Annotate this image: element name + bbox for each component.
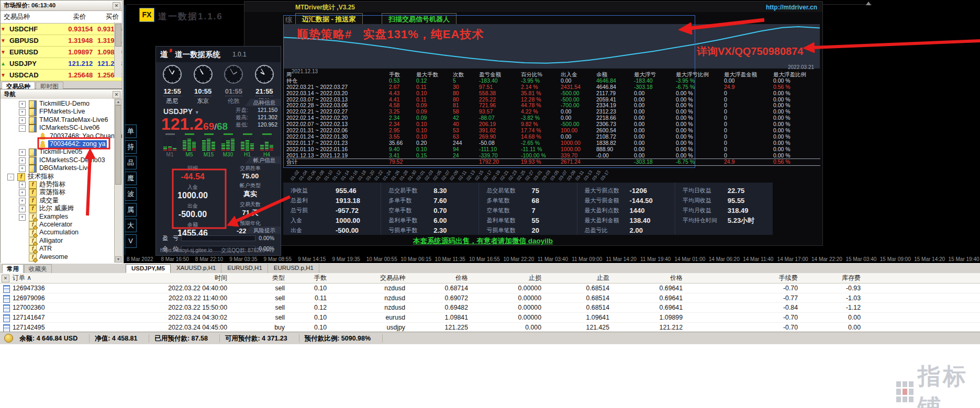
mtdriver-tab[interactable]: 综	[285, 15, 292, 25]
weekly-row[interactable]: 2022.02.21 ~ 2022.02.273.250.095893.574.…	[286, 109, 820, 115]
order-row[interactable]: 1271424952022.03.24 04:45:00buy0.10usdjp…	[0, 323, 980, 333]
close-icon[interactable]: ✕	[113, 91, 120, 98]
side-tab-4[interactable]: 魔	[125, 172, 137, 185]
timeframe-meter-M15[interactable]: M15	[200, 133, 217, 157]
orders-column-header[interactable]: 交易品种	[332, 274, 410, 282]
chart-tab[interactable]: XAUUSD.p,H1	[171, 264, 221, 273]
expander-icon[interactable]: +	[19, 101, 26, 108]
order-row[interactable]: 1271416472022.03.24 04:30:02sell0.10euru…	[0, 313, 980, 323]
orders-header[interactable]: 订单 ∧时间类型手数交易品种价格止损止盈价格手续费库存费	[0, 273, 980, 284]
timeframe-meter-M30[interactable]: M30	[219, 133, 237, 157]
expander-icon[interactable]: +	[19, 189, 26, 196]
scrollbar[interactable]: ▲ ▼	[114, 99, 121, 263]
expander-icon[interactable]: +	[19, 157, 26, 164]
scroll-down-icon[interactable]: ▼	[115, 256, 121, 263]
weekly-row[interactable]: 2022.02.14 ~ 2022.02.202.340.0942-88.07-…	[286, 115, 820, 121]
weekly-row[interactable]: 2022.03.14 ~ 2022.03.204.430.1080558.383…	[286, 90, 820, 97]
chart-tab[interactable]: EURUSD.p,H1	[269, 264, 319, 273]
tree-item[interactable]: 70034642: zong ya	[1, 140, 115, 148]
weekly-row[interactable]: 2022.01.24 ~ 2022.01.303.550.1063269.901…	[286, 134, 820, 140]
chart-tab[interactable]: USDJPY,M5	[126, 264, 171, 273]
weekly-row[interactable]: 2022.02.28 ~ 2022.03.064.580.0981721.964…	[286, 103, 820, 109]
side-tab-7[interactable]: 大	[125, 219, 137, 232]
chart-tab[interactable]: EURUSD,H1	[222, 264, 268, 273]
expander-icon[interactable]: +	[19, 165, 26, 172]
weekly-row[interactable]: 2022.01.31 ~ 2022.02.062.950.1053391.821…	[286, 128, 820, 134]
scrollbar-thumb[interactable]	[115, 105, 121, 185]
timeframe-meter-H1[interactable]: H1	[239, 133, 256, 157]
quote-column-header[interactable]: 交易品种	[1, 13, 56, 21]
side-tab-8[interactable]: V	[125, 234, 137, 248]
mtdriver-titlebar[interactable]: MTDriver统计 ,V3.25 http://mtdriver.cn	[244, 2, 822, 12]
orders-column-header[interactable]: 价格	[410, 274, 473, 282]
tree-item[interactable]: +fExamples	[1, 213, 115, 221]
weekly-row[interactable]: 2022.02.07 ~ 2022.02.132.340.1040206.199…	[286, 121, 820, 128]
tree-item[interactable]: +f成交量	[1, 197, 115, 205]
tree-item[interactable]: +FPMarkets-Live	[1, 108, 115, 116]
quote-column-header[interactable]: 买价	[89, 13, 122, 21]
weekly-row[interactable]: 2022.03.07 ~ 2022.03.134.410.1180225.221…	[286, 97, 820, 103]
side-tab-1[interactable]: 单	[125, 124, 137, 138]
weekly-row[interactable]: 2022.01.10 ~ 2022.01.169.400.1094-111.10…	[286, 146, 820, 153]
maihui-data-button[interactable]: 迈汇数据 - 推送家	[295, 13, 363, 25]
timeframe-meter-M5[interactable]: M5	[181, 133, 198, 157]
orders-column-header[interactable]: 价格	[615, 274, 688, 282]
scrollbar-thumb[interactable]	[115, 24, 121, 47]
expander-icon[interactable]: +	[19, 109, 26, 116]
tree-item[interactable]: fAwesome	[1, 253, 115, 261]
weekly-row[interactable]: 2022.01.17 ~ 2022.01.2335.660.20244-50.0…	[286, 140, 820, 146]
tree-item[interactable]: +ICMarketsSC-Demo03	[1, 156, 115, 164]
side-tab-5[interactable]: 波	[125, 187, 137, 201]
daoyi-footer-link[interactable]: https://daoyi-sj.gitee.io 交流QQ群: 8762294…	[160, 247, 274, 254]
order-row[interactable]: 1269473362022.03.22 04:40:00sell0.10nzdu…	[0, 284, 980, 293]
side-tab-3[interactable]: 品	[125, 156, 137, 169]
quote-row[interactable]: ▼GBPUSD1.319481.31951	[1, 35, 122, 47]
expander-icon[interactable]: +	[19, 149, 26, 156]
expander-icon[interactable]: +	[19, 198, 26, 205]
tree-item[interactable]: +Tickmill-Live05	[1, 148, 115, 156]
tree-item[interactable]: -f技术指标	[1, 173, 115, 180]
order-row[interactable]: 1269790962022.03.22 11:40:00sell0.11nzdu…	[0, 293, 980, 303]
scroll-to-end-icon[interactable]	[866, 2, 871, 5]
timeframe-meter-H4[interactable]: H4	[258, 133, 275, 157]
quote-row[interactable]: ▼USDCHF0.931540.93156	[1, 24, 122, 35]
scan-signal-robot-button[interactable]: 扫描交易信号机器人	[382, 13, 456, 25]
tree-item[interactable]: +f比尔 威廉姆	[1, 205, 115, 212]
tree-item[interactable]: fAccumulation	[1, 229, 115, 236]
quote-column-header[interactable]: 卖价	[56, 13, 89, 21]
daoyi-header[interactable]: 道 道一数据系统 1.0.1	[156, 47, 281, 62]
tree-item[interactable]: fATR	[1, 245, 115, 253]
orders-column-header[interactable]: 止盈	[547, 274, 615, 282]
orders-column-header[interactable]: 时间	[107, 274, 232, 282]
orders-column-header[interactable]: 手数	[290, 274, 332, 282]
weekly-row[interactable]: 2022.03.21 ~ 2022.03.272.670.113097.512.…	[286, 84, 820, 90]
tree-item[interactable]: +f震荡指标	[1, 188, 115, 196]
expander-icon[interactable]: -	[19, 125, 26, 132]
expander-icon[interactable]: +	[19, 206, 26, 212]
tree-item[interactable]: fAlligator	[1, 237, 115, 245]
side-tab-6[interactable]: 属	[125, 203, 137, 217]
expander-icon[interactable]: +	[19, 182, 26, 188]
scroll-up-icon[interactable]: ▲	[115, 99, 121, 105]
side-tab-2[interactable]: 持	[125, 140, 137, 154]
close-icon[interactable]: ✕	[2, 275, 9, 282]
quote-row[interactable]: ▲USDJPY121.212121.213	[1, 58, 122, 70]
tree-item[interactable]: +TMGM.TradeMax-Live6	[1, 116, 115, 124]
orders-column-header[interactable]: 订单 ∧	[0, 274, 107, 282]
quote-row[interactable]: ▼USDCAD1.256481.25652	[1, 70, 122, 81]
quote-row[interactable]: ▼EURUSD1.098971.09899	[1, 47, 122, 58]
weekly-total-row[interactable]: 合计79.521792.2019.93 %2671.24-303.18-6.75…	[286, 158, 820, 166]
tree-item[interactable]: fAccelerator	[1, 221, 115, 229]
orders-column-header[interactable]: 类型	[232, 274, 290, 282]
tree-item[interactable]: +f趋势指标	[1, 180, 115, 188]
weekly-row[interactable]: 持仓0.530.125-183.40-3.95 %0.004646.84-183…	[286, 78, 820, 84]
mtdriver-url-link[interactable]: http://mtdriver.cn	[766, 4, 817, 11]
tree-item[interactable]: 70037468: Yao Chuanliang	[1, 132, 115, 140]
tree-item[interactable]: +DBGMarkets-Live	[1, 164, 115, 172]
expander-icon[interactable]: -	[7, 174, 14, 180]
order-row[interactable]: 1270023602022.03.22 15:50:00sell0.12nzdu…	[0, 303, 980, 313]
expander-icon[interactable]: +	[19, 117, 26, 124]
timeframe-meter-M1[interactable]: M1	[161, 133, 179, 157]
weekly-row[interactable]: 2021.12.13 ~ 2021.12.193.410.1524-339.70…	[286, 153, 820, 159]
orders-column-header[interactable]: 止损	[473, 274, 547, 282]
